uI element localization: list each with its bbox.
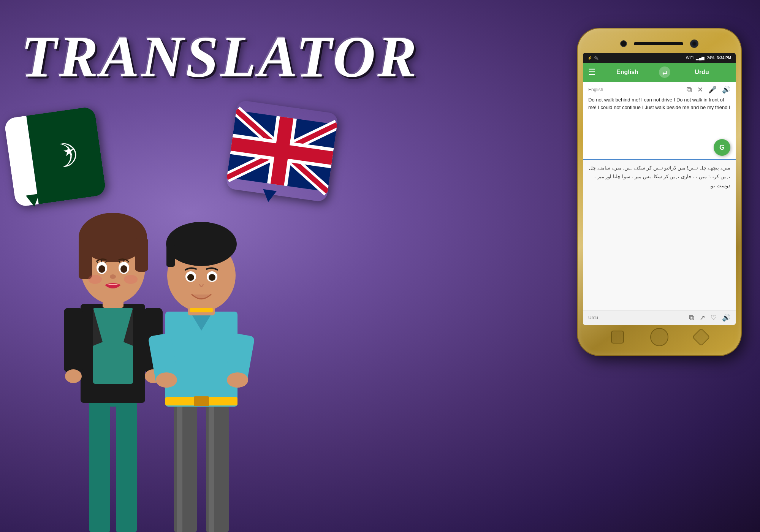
back-button[interactable]	[611, 331, 624, 344]
svg-rect-50	[194, 396, 209, 406]
mic-icon[interactable]: 🎤	[708, 86, 717, 94]
google-translate-icon: G	[719, 144, 725, 152]
camera-dot-right	[690, 40, 698, 48]
output-text: میرے پیچھے چل نہیں! میں ڈرائیو نہیں کر س…	[588, 163, 730, 190]
sound-icon-output[interactable]: 🔊	[722, 314, 730, 322]
svg-rect-54	[166, 244, 175, 267]
output-section: میرے پیچھے چل نہیں! میں ڈرائیو نہیں کر س…	[583, 160, 736, 310]
svg-point-36	[88, 275, 102, 284]
speaker-grille	[634, 42, 683, 45]
status-bar: ⚡ 🔌 WiFi ▂▄▆ 24% 3:34 PM	[583, 53, 736, 63]
svg-rect-13	[93, 308, 133, 384]
phone-screen: ⚡ 🔌 WiFi ▂▄▆ 24% 3:34 PM ☰ English ⇄ Urd…	[583, 53, 736, 325]
input-text[interactable]: Do not walk behind me! I can not drive I…	[588, 96, 730, 136]
svg-point-48	[227, 372, 248, 388]
svg-point-35	[110, 274, 116, 279]
wifi-icon: WiFi	[686, 56, 694, 60]
svg-point-27	[98, 265, 105, 273]
hamburger-menu[interactable]: ☰	[588, 67, 596, 77]
signal-bars: ▂▄▆	[696, 56, 705, 60]
svg-rect-16	[64, 308, 83, 372]
phone-bottom-nav	[583, 325, 736, 349]
swap-icon: ⇄	[662, 69, 667, 76]
camera-dot-left	[620, 40, 627, 47]
translate-btn-row: G	[583, 138, 736, 160]
clipboard-icon[interactable]: ⧉	[687, 86, 692, 94]
svg-point-47	[156, 372, 177, 388]
svg-rect-59	[190, 308, 213, 312]
time-label: 3:34 PM	[717, 56, 731, 60]
phone: ⚡ 🔌 WiFi ▂▄▆ 24% 3:34 PM ☰ English ⇄ Urd…	[578, 28, 741, 355]
phone-camera-row	[583, 35, 736, 53]
home-button[interactable]	[650, 328, 668, 346]
clear-icon[interactable]: ✕	[697, 86, 703, 94]
input-section: English ⧉ ✕ 🎤 🔊 Do not walk behind me! I…	[583, 82, 736, 138]
male-character	[148, 182, 255, 532]
translate-button[interactable]: G	[714, 139, 730, 156]
app-title: TRANSLATOR	[21, 23, 418, 91]
svg-rect-10	[116, 391, 137, 532]
lang-from-label[interactable]: English	[599, 69, 656, 76]
battery-label: 24%	[707, 56, 714, 60]
svg-rect-40	[177, 399, 182, 532]
swap-languages-button[interactable]: ⇄	[659, 66, 670, 78]
svg-rect-23	[79, 238, 92, 279]
svg-rect-41	[209, 399, 214, 532]
output-lang-label: Urdu	[588, 315, 598, 320]
status-icon-usb: 🔌	[594, 56, 598, 60]
copy-icon[interactable]: ⧉	[689, 314, 694, 322]
input-lang-label: English	[588, 87, 603, 92]
favorite-icon[interactable]: ♡	[711, 314, 717, 322]
svg-point-18	[65, 369, 82, 383]
svg-point-58	[209, 274, 215, 281]
svg-rect-24	[135, 238, 148, 272]
app-header: ☰ English ⇄ Urdu	[583, 63, 736, 82]
lang-to-label[interactable]: Urdu	[673, 69, 730, 76]
svg-point-28	[120, 265, 127, 273]
svg-rect-9	[89, 391, 110, 532]
svg-point-37	[124, 275, 138, 284]
recent-apps-button[interactable]	[692, 328, 710, 346]
svg-point-53	[166, 222, 237, 266]
svg-point-57	[187, 274, 194, 281]
share-icon[interactable]: ↗	[700, 314, 705, 322]
output-bottom-bar: Urdu ⧉ ↗ ♡ 🔊	[583, 310, 736, 325]
sound-icon-input[interactable]: 🔊	[722, 86, 730, 94]
